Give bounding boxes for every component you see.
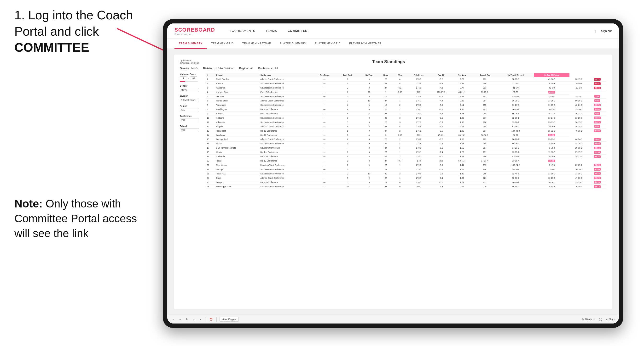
cell-school: Auburn <box>215 81 259 86</box>
cell-school: Texas <box>215 159 259 163</box>
conference-filter-select[interactable]: (All) <box>180 118 199 122</box>
cell-school: Texas A&M <box>215 172 259 176</box>
min-rounds-max-input[interactable] <box>190 76 197 80</box>
region-filter-select[interactable]: N/A <box>180 108 199 112</box>
cell-extra: 29-15-1 <box>570 94 588 99</box>
cell-rank: 25 <box>206 180 215 184</box>
table-row: 23Texas A&MSoutheastern Conference—91030… <box>206 172 606 176</box>
sub-nav-player-h2h-heatmap[interactable]: PLAYER H2H HEATMAP <box>345 39 386 49</box>
cell-adj-score: 276.6 <box>407 124 431 129</box>
cell-wins: 1 <box>393 176 407 180</box>
standings-table: # School Conference Reg Rank Conf Rank N… <box>206 73 606 189</box>
toolbar-fullscreen-icon[interactable]: ⛶ <box>598 317 603 322</box>
table-row: 3VanderbiltSoutheastern Conference—28276… <box>206 86 606 90</box>
cell-reg-rank: — <box>313 77 336 82</box>
cell-extra: 42-6-0 <box>534 86 569 90</box>
cell-rank: 9 <box>206 112 215 116</box>
cell-reg-rank: — <box>313 129 336 133</box>
toolbar-back-icon[interactable]: ← <box>171 317 176 322</box>
cell-vs-top50-points: 85.08 <box>534 90 569 94</box>
cell-rank: 12 <box>206 124 215 129</box>
cell-vs-top50-points: 48.27 <box>588 154 606 159</box>
min-rounds-slider[interactable] <box>180 81 198 82</box>
cell-avg-sg: -3.1 <box>431 180 452 184</box>
watch-button[interactable]: 👁 Watch ▼ <box>582 318 595 321</box>
division-filter-select[interactable]: NCAA Division I <box>180 98 199 102</box>
cell-vs-top25: 59-39-1 <box>497 167 534 172</box>
min-rounds-min-input[interactable] <box>180 76 187 80</box>
school-filter-select[interactable]: (All) <box>180 128 199 132</box>
cell-avg-low: 2.11 <box>452 103 472 107</box>
cell-adj-score: 278.5 <box>407 180 431 184</box>
cell-avg-sg: -3.5 <box>431 129 452 133</box>
cell-extra: 9-18-1 <box>534 180 569 184</box>
cell-extra: 40-38-2 <box>570 129 588 133</box>
division-label: Division: <box>203 67 214 70</box>
cell-conf-rank: 9 <box>336 172 360 176</box>
toolbar-add-icon[interactable]: + <box>198 317 203 322</box>
cell-reg-rank: — <box>313 163 336 167</box>
cell-conf-rank: 5 <box>336 180 360 184</box>
toolbar-clock-icon[interactable]: ⏰ <box>209 317 214 322</box>
cell-wins: 3 <box>393 116 407 120</box>
view-original-button[interactable]: View: Original <box>220 317 239 322</box>
cell-extra: 23-11-0 <box>534 120 569 124</box>
nav-committee[interactable]: COMMITTEE <box>282 23 313 39</box>
toolbar-home-icon[interactable]: ⌂ <box>191 317 196 322</box>
toolbar-refresh-icon[interactable]: ↻ <box>184 317 189 322</box>
toolbar-forward-icon[interactable]: → <box>178 317 183 322</box>
cell-avg-sg: -3.8 <box>431 120 452 124</box>
cell-vs-top50-points: 63.49 <box>588 107 606 112</box>
cell-vs-top50-points: 60.7 <box>588 124 606 129</box>
filter-region: Region: All <box>239 67 253 70</box>
cell-avg-sg: -5.0 <box>431 94 452 99</box>
table-row: 26Mississippi StateSoutheastern Conferen… <box>206 184 606 189</box>
nav-teams[interactable]: TEAMS <box>260 23 282 39</box>
filter-group-school: School (All) <box>180 125 201 132</box>
cell-avg-sg: -1.0 <box>431 124 452 129</box>
cell-vs-top50-points: 60.71 <box>588 120 606 124</box>
cell-extra: 29-21-0 <box>570 154 588 159</box>
cell-conf-rank: 10 <box>336 184 360 189</box>
cell-extra: 4-21-0 <box>534 184 569 189</box>
table-row: 22GeorgiaSoutheastern Conference—8721127… <box>206 167 606 172</box>
sub-nav-team-h2h-heatmap[interactable]: TEAM H2H HEATMAP <box>238 39 276 49</box>
cell-reg-rank: — <box>313 116 336 120</box>
cell-conference: Atlantic Coast Conference <box>259 176 313 180</box>
cell-avg-sg: -5.5 <box>431 103 452 107</box>
toolbar-separator2 <box>216 317 217 322</box>
cell-rnds: 24 <box>379 154 393 159</box>
cell-rank: 15 <box>206 137 215 142</box>
table-row: 25OregonPac-12 Conference—59210278.5-3.1… <box>206 180 606 184</box>
cell-vs-top25: 80-25-2 <box>497 141 534 146</box>
nav-tournaments[interactable]: TOURNAMENTS <box>224 23 260 39</box>
cell-vs-top50-points: 48.18 <box>588 180 606 184</box>
sub-nav-team-h2h-grid[interactable]: TEAM H2H GRID <box>206 39 238 49</box>
cell-no-tour: 8 <box>360 159 379 163</box>
cell-extra: 12-13-0 <box>534 150 569 154</box>
th-adj-score: Adj. Score <box>407 73 431 77</box>
sub-nav-team-summary[interactable]: TEAM SUMMARY <box>174 39 206 49</box>
cell-overall-rd: 79-25-1 <box>472 90 497 94</box>
cell-rank: 11 <box>206 120 215 124</box>
cell-adj-score: 274.8 <box>407 94 431 99</box>
sub-nav-player-h2h-grid[interactable]: PLAYER H2H GRID <box>310 39 345 49</box>
cell-extra: 48-21-0 <box>570 103 588 107</box>
cell-rnds: 2 <box>379 133 393 137</box>
table-row: 19CaliforniaPac-12 Conference—48242278.2… <box>206 154 606 159</box>
share-button[interactable]: ↗ Share <box>606 318 615 321</box>
cell-extra: 13-24-1 <box>534 116 569 120</box>
cell-reg-rank: — <box>313 141 336 146</box>
cell-wins: 1 <box>393 99 407 103</box>
cell-overall-rd: 267 <box>472 129 497 133</box>
cell-vs-top50-points: 73.7 <box>588 94 606 99</box>
cell-rnds: 24 <box>379 141 393 146</box>
table-row: 6Florida StateAtlantic Coast Conference—… <box>206 99 606 103</box>
cell-reg-rank: — <box>313 90 336 94</box>
sign-out-link[interactable]: Sign out <box>596 29 612 33</box>
gender-filter-select[interactable]: Men's <box>180 88 199 92</box>
sub-nav-player-summary[interactable]: PLAYER SUMMARY <box>276 39 310 49</box>
cell-adj-score: 276.0 <box>407 129 431 133</box>
cell-conf-rank: 4 <box>336 103 360 107</box>
table-row: 11ArkansasSoutheastern Conference—682332… <box>206 120 606 124</box>
